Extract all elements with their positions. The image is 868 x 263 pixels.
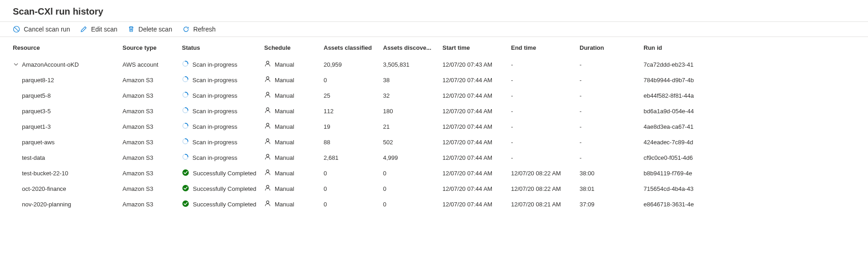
table-row[interactable]: parquet5-8Amazon S3Scan in-progressManua… [13,88,855,103]
duration-cell: - [580,105,644,117]
assets-classified-cell: 0 [324,74,383,86]
col-run-id[interactable]: Run id [644,42,721,54]
start-time-cell: 12/07/20 07:44 AM [442,183,511,195]
page-title: Scan-CXl run history [0,0,868,21]
status-text: Scan in-progress [192,61,237,68]
svg-point-5 [266,77,269,79]
table-row[interactable]: test-dataAmazon S3Scan in-progressManual… [13,150,855,165]
assets-classified-cell: 20,959 [324,58,383,71]
source-type-cell: Amazon S3 [122,136,182,148]
col-assets-discovered[interactable]: Assets discove... [383,42,442,54]
duration-cell: - [580,136,644,148]
start-time-cell: 12/07/20 07:44 AM [442,198,511,210]
run-id-cell: 784b9944-d9b7-4b [644,74,721,86]
delete-scan-label: Delete scan [138,26,172,33]
progress-spinner-icon [182,138,189,146]
svg-point-21 [266,201,269,204]
resource-cell: parquet3-5 [13,105,122,117]
svg-point-9 [266,108,269,110]
table-row[interactable]: AmazonAccount-oKDAWS accountScan in-prog… [13,57,855,72]
table-row[interactable]: parquet1-3Amazon S3Scan in-progressManua… [13,119,855,134]
assets-discovered-cell: 0 [383,183,442,195]
col-schedule[interactable]: Schedule [264,42,324,54]
progress-spinner-icon [182,76,189,84]
resource-cell: oct-2020-finance [13,183,122,195]
status-text: Scan in-progress [192,108,237,115]
status-text: Successfully Completed [193,185,256,192]
resource-cell: test-bucket-22-10 [13,167,122,179]
start-time-cell: 12/07/20 07:44 AM [442,105,511,117]
status-text: Scan in-progress [192,139,237,146]
assets-classified-cell: 0 [324,183,383,195]
run-id-cell: b8b94119-f769-4e [644,167,721,179]
assets-discovered-cell: 0 [383,198,442,210]
resource-name: AmazonAccount-oKD [22,61,79,68]
table-row[interactable]: test-bucket-22-10Amazon S3Successfully C… [13,165,855,181]
col-status[interactable]: Status [182,42,264,54]
person-icon [264,76,271,84]
run-id-cell: 7ca72ddd-eb23-41 [644,58,721,71]
table-row[interactable]: nov-2020-planningAmazon S3Successfully C… [13,196,855,212]
table-row[interactable]: parquet3-5Amazon S3Scan in-progressManua… [13,103,855,119]
status-cell: Successfully Completed [182,197,264,211]
col-start-time[interactable]: Start time [442,42,511,54]
resource-name: test-data [22,154,45,161]
start-time-cell: 12/07/20 07:44 AM [442,152,511,164]
col-duration[interactable]: Duration [580,42,644,54]
end-time-cell: 12/07/20 08:22 AM [511,183,580,195]
source-type-cell: Amazon S3 [122,198,182,210]
cancel-scan-button[interactable]: Cancel scan run [13,26,70,33]
table-row[interactable]: parquet8-12Amazon S3Scan in-progressManu… [13,72,855,88]
table-row[interactable]: oct-2020-financeAmazon S3Successfully Co… [13,181,855,196]
schedule-cell: Manual [264,73,324,87]
chevron-down-icon[interactable] [13,62,19,67]
schedule-cell: Manual [264,135,324,149]
status-cell: Scan in-progress [182,135,264,149]
schedule-cell: Manual [264,89,324,102]
edit-scan-button[interactable]: Edit scan [80,26,117,33]
table-row[interactable]: parquet-awsAmazon S3Scan in-progressManu… [13,134,855,150]
schedule-text: Manual [275,108,294,115]
resource-cell: parquet5-8 [13,89,122,102]
assets-discovered-cell: 38 [383,74,442,86]
duration-cell: - [580,121,644,133]
svg-line-1 [15,27,18,31]
delete-scan-button[interactable]: Delete scan [128,26,172,33]
progress-spinner-icon [182,60,189,68]
assets-classified-cell: 0 [324,167,383,179]
progress-spinner-icon [182,91,189,100]
run-id-cell: eb44f582-8f81-44a [644,89,721,102]
svg-point-18 [182,185,189,191]
refresh-button[interactable]: Refresh [182,26,216,33]
col-assets-classified[interactable]: Assets classified [324,42,383,54]
col-source-type[interactable]: Source type [122,42,182,54]
schedule-cell: Manual [264,166,324,180]
duration-cell: 38:00 [580,167,644,179]
status-cell: Scan in-progress [182,89,264,102]
status-cell: Scan in-progress [182,120,264,133]
col-end-time[interactable]: End time [511,42,580,54]
resource-cell: test-data [13,152,122,164]
run-id-cell: e8646718-3631-4e [644,198,721,210]
resource-name: parquet1-3 [22,123,51,130]
assets-classified-cell: 88 [324,136,383,148]
assets-discovered-cell: 4,999 [383,152,442,164]
status-text: Scan in-progress [192,154,237,161]
source-type-cell: Amazon S3 [122,167,182,179]
end-time-cell: - [511,105,580,117]
schedule-text: Manual [275,139,294,146]
resource-name: parquet8-12 [22,77,54,84]
source-type-cell: AWS account [122,58,182,71]
assets-discovered-cell: 21 [383,121,442,133]
source-type-cell: Amazon S3 [122,152,182,164]
resource-name: nov-2020-planning [22,201,71,208]
status-cell: Scan in-progress [182,151,264,164]
success-icon [182,169,189,178]
end-time-cell: - [511,58,580,71]
svg-point-19 [266,185,269,188]
schedule-cell: Manual [264,151,324,164]
col-resource[interactable]: Resource [13,42,122,54]
assets-discovered-cell: 0 [383,167,442,179]
person-icon [264,138,271,146]
status-text: Successfully Completed [193,170,256,177]
